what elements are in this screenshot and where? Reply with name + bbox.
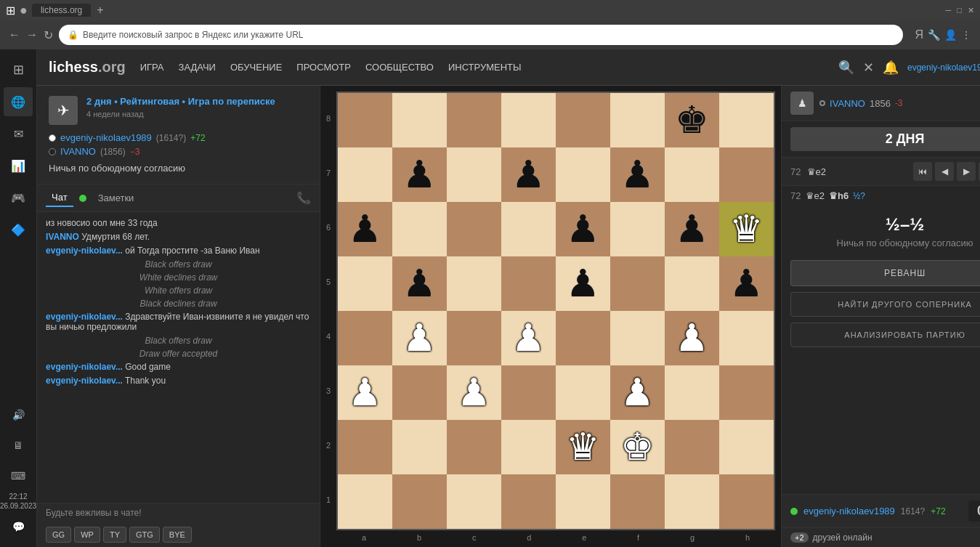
minimize-button[interactable]: ─ (946, 6, 952, 15)
chat-msg-1: из новосио оол мне 33 года (46, 218, 311, 228)
chrome-icon: ● (20, 3, 28, 18)
result-text: Ничья по обоюдному согласию (790, 238, 980, 248)
square (338, 474, 392, 529)
rematch-button[interactable]: РЕВАНШ (790, 260, 980, 286)
nav-item-puzzles[interactable]: ЗАДАЧИ (179, 62, 216, 73)
player-diff-bottom: +72 (931, 506, 945, 516)
refresh-button[interactable]: ↻ (44, 28, 53, 42)
lichess-logo: lichess.org (49, 59, 126, 76)
taskbar-excel-icon[interactable]: 📊 (4, 151, 33, 180)
player-clock: 00:00 (968, 501, 980, 522)
board-area: 8 7 6 5 4 3 2 1 ♚♟♟♟♟♟♟♛♟♟♟♟♟♟♟♟♟♛♚ (320, 86, 781, 547)
chat-system-1: Black offers draw (46, 259, 311, 270)
profile-icon[interactable]: 👤 (944, 29, 957, 41)
url-text: Введите поисковый запрос в Яндекс или ук… (83, 30, 304, 40)
extension-icon1[interactable]: 🔧 (928, 29, 940, 41)
black-piece-dot (49, 148, 56, 155)
square (610, 256, 665, 311)
quick-btn-wp[interactable]: WP (74, 527, 100, 543)
player-name-bottom[interactable]: evgeniy-nikolaev1989 (803, 506, 895, 516)
first-move-button[interactable]: ⏮ (913, 162, 932, 181)
move-black-notation: ♛h6 (829, 190, 849, 201)
lichess-area: lichess.org ИГРА ЗАДАЧИ ОБУЧЕНИЕ ПРОСМОТ… (37, 49, 980, 547)
square (665, 365, 719, 420)
maximize-button[interactable]: □ (957, 6, 962, 15)
player1-rating: (1614?) (156, 133, 186, 143)
taskbar-keyboard-icon[interactable]: ⌨ (4, 461, 33, 490)
opponent-diff-display: -3 (895, 98, 903, 108)
nav-item-tools[interactable]: ИНСТРУМЕНТЫ (448, 62, 522, 73)
player1-name[interactable]: evgeniy-nikolaev1989 (60, 132, 152, 143)
windows-icon[interactable]: ⊞ (6, 4, 15, 17)
taskbar-top: ⊞ ● lichess.org + ─ □ ✕ (0, 0, 980, 20)
square: ♟ (338, 365, 392, 420)
taskbar-chrome-icon[interactable]: 🌐 (4, 87, 33, 116)
square (501, 93, 556, 147)
taskbar-windows-icon[interactable]: ⊞ (4, 55, 33, 84)
taskbar-bluetooth-icon[interactable]: 🔷 (4, 215, 33, 244)
square (338, 311, 392, 365)
chat-sender-5: evgeniy-nikolaev... (46, 362, 123, 372)
notes-tab[interactable]: Заметки (92, 190, 140, 206)
piece: ♟ (348, 207, 382, 251)
taskbar-mail-icon[interactable]: ✉ (4, 119, 33, 148)
bell-icon[interactable]: 🔔 (883, 60, 899, 76)
left-panel: ✈ 2 дня • Рейтинговая • Игра по переписк… (37, 86, 320, 547)
rank-labels: 8 7 6 5 4 3 2 1 (326, 92, 336, 527)
browser-tab[interactable]: lichess.org (32, 4, 91, 17)
chat-text-2: Удмуртия 68 лет. (81, 232, 150, 242)
lichess-header: lichess.org ИГРА ЗАДАЧИ ОБУЧЕНИЕ ПРОСМОТ… (37, 49, 980, 86)
taskbar-monitor-icon[interactable]: 🖥 (4, 431, 33, 460)
taskbar-game-icon[interactable]: 🎮 (4, 183, 33, 212)
square (392, 474, 447, 529)
nav-item-learn[interactable]: ОБУЧЕНИЕ (230, 62, 282, 73)
chat-text-3: ой Тогда простите -за Ваню Иван (125, 246, 259, 256)
nav-item-play[interactable]: ИГРА (140, 62, 164, 73)
next-move-button[interactable]: ▶ (957, 162, 976, 181)
find-opponent-button[interactable]: НАЙТИ ДРУГОГО СОПЕРНИКА (790, 292, 980, 317)
taskbar-volume-icon[interactable]: 🔊 (4, 400, 33, 429)
close-icon[interactable]: ✕ (863, 60, 874, 76)
settings-icon[interactable]: ⋮ (961, 29, 971, 41)
square: ♚ (665, 93, 719, 147)
taskbar-notifications-icon[interactable]: 💬 (4, 512, 33, 541)
chat-tab[interactable]: Чат (46, 189, 73, 207)
close-button[interactable]: ✕ (968, 6, 974, 15)
search-icon[interactable]: 🔍 (838, 60, 854, 76)
square (392, 420, 447, 474)
square (501, 256, 556, 311)
forward-button[interactable]: → (26, 28, 38, 41)
square (556, 311, 610, 365)
quick-btn-ty[interactable]: TY (103, 527, 126, 543)
quick-btn-bye[interactable]: BYE (163, 527, 192, 543)
url-bar[interactable]: 🔒 Введите поисковый запрос в Яндекс или … (59, 25, 903, 45)
main-content: ⊞ 🌐 ✉ 📊 🎮 🔷 🔊 🖥 ⌨ 22:12 26.09.2023 💬 lic… (0, 49, 980, 547)
player2-name[interactable]: IVANNO (60, 146, 96, 157)
nav-item-community[interactable]: СООБЩЕСТВО (365, 62, 434, 73)
move-controls: 72 ♛e2 ⏮ ◀ ▶ ⏭ ≡ (782, 157, 980, 186)
square (719, 474, 774, 529)
analyze-button[interactable]: АНАЛИЗИРОВАТЬ ПАРТИЮ (790, 323, 980, 347)
yandex-icon[interactable]: Я (915, 28, 923, 41)
back-button[interactable]: ← (9, 28, 20, 41)
nav-item-watch[interactable]: ПРОСМОТР (296, 62, 351, 73)
draw-result-text: Ничья по обоюдному согласию (49, 163, 308, 174)
new-tab-button[interactable]: + (97, 4, 103, 17)
phone-icon[interactable]: 📞 (296, 191, 311, 205)
username-display[interactable]: evgeniy-nikolaev1989 (907, 62, 980, 73)
game-info-box: ✈ 2 дня • Рейтинговая • Игра по переписк… (37, 86, 320, 185)
board-with-ranks: 8 7 6 5 4 3 2 1 ♚♟♟♟♟♟♟♛♟♟♟♟♟♟♟♟♟♛♚ (326, 92, 775, 530)
square (338, 256, 392, 311)
square: ♛ (556, 420, 610, 474)
opponent-name[interactable]: IVANNO (830, 98, 865, 109)
quick-btn-gg[interactable]: GG (46, 527, 71, 543)
quick-btn-gtg[interactable]: GTG (129, 527, 160, 543)
opponent-avatar: ♟ (790, 92, 814, 115)
square (338, 420, 392, 474)
chat-msg-6: evgeniy-nikolaev... Thank you (46, 376, 311, 386)
square: ♟ (447, 365, 501, 420)
chat-msg-3: evgeniy-nikolaev... ой Тогда простите -з… (46, 246, 311, 256)
square (447, 474, 501, 529)
prev-move-button[interactable]: ◀ (935, 162, 954, 181)
chat-polite-notice: Будьте вежливы в чате! (37, 503, 320, 522)
